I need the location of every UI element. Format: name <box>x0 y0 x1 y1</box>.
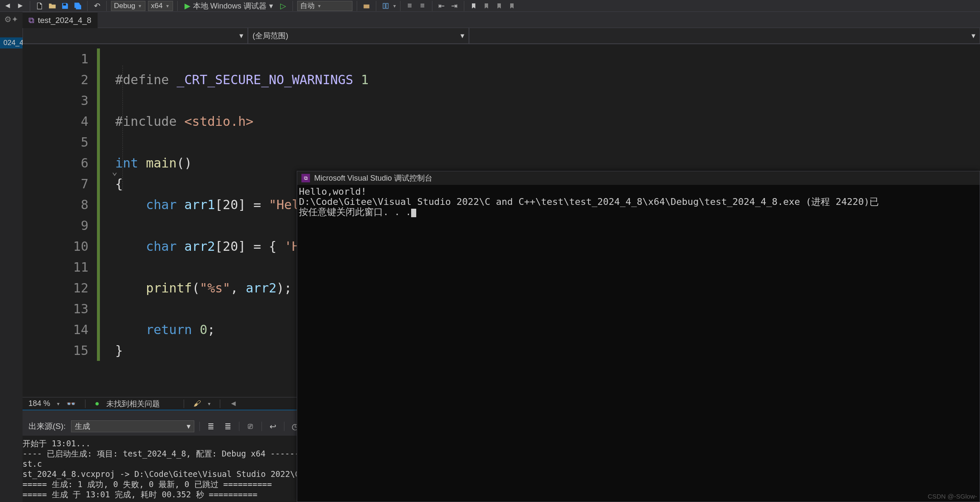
file-tab[interactable]: ⧉ test_2024_4_8 <box>23 12 98 28</box>
new-file-icon[interactable] <box>34 1 45 11</box>
goto-next-icon[interactable]: ≣ <box>222 420 234 432</box>
auto-dropdown[interactable]: 自动▾ <box>297 1 352 11</box>
clear-icon[interactable]: ⎚ <box>244 420 256 432</box>
console-titlebar[interactable]: ⧉ Microsoft Visual Studio 调试控制台 <box>297 171 980 185</box>
issues-status[interactable]: 未找到相关问题 <box>106 399 160 409</box>
outdent-icon[interactable]: ⇤ <box>437 1 447 11</box>
toolbox-icon[interactable] <box>361 1 372 11</box>
zoom-level[interactable]: 184 % <box>28 399 50 408</box>
start-debug-button[interactable]: ▶本地 Windows 调试器▾ <box>182 1 276 11</box>
nav-bar: ▾ (全局范围)▾ ▾ <box>23 28 980 44</box>
gear-icon[interactable]: ✦ <box>11 14 18 24</box>
save-icon[interactable] <box>60 1 70 11</box>
cpp-file-icon: ⧉ <box>28 16 34 25</box>
undo-icon[interactable]: ↶ <box>92 1 102 11</box>
check-icon: ● <box>95 399 99 408</box>
console-output: Hello,world! D:\Code\Gitee\Visual Studio… <box>297 185 980 219</box>
debug-console-window[interactable]: ⧉ Microsoft Visual Studio 调试控制台 Hello,wo… <box>297 171 980 502</box>
output-source-dropdown[interactable]: 生成▾ <box>71 420 194 432</box>
output-source-label: 出来源(S): <box>28 421 66 432</box>
indent-less-icon[interactable]: ≡ <box>405 1 415 11</box>
wrap-icon[interactable]: ↩ <box>267 420 279 432</box>
bookmark-next-icon[interactable] <box>494 1 504 11</box>
svg-rect-0 <box>364 4 369 8</box>
glasses-icon[interactable]: 👓 <box>66 399 76 408</box>
back-icon[interactable]: ◄ <box>3 1 13 11</box>
forward-icon[interactable]: ► <box>15 1 26 11</box>
config-dropdown[interactable]: Debug▾ <box>111 1 145 11</box>
bookmark-icon[interactable] <box>469 1 479 11</box>
svg-rect-1 <box>383 3 385 9</box>
hscroll-left-icon[interactable]: ◄ <box>230 399 237 408</box>
nav-project-dropdown[interactable]: ▾ <box>23 28 248 44</box>
wrench-icon[interactable]: ⚙ <box>4 14 11 24</box>
solution-explorer-sidebar: ⚙ ✦ 024_4_8 <box>0 12 23 502</box>
svg-rect-2 <box>386 3 388 9</box>
layout-icon[interactable] <box>381 1 391 11</box>
platform-dropdown[interactable]: x64▾ <box>148 1 173 11</box>
nav-scope-dropdown[interactable]: (全局范围)▾ <box>248 28 469 44</box>
indent-more-icon[interactable]: ≡ <box>418 1 428 11</box>
bookmark-clear-icon[interactable] <box>507 1 517 11</box>
tab-bar: ⧉ test_2024_4_8 <box>23 12 980 28</box>
goto-prev-icon[interactable]: ≣ <box>205 420 217 432</box>
open-icon[interactable] <box>47 1 57 11</box>
line-number-gutter: 1 2 3 4 5 6 7 8 9 10 11 12 13 14 15 <box>23 44 97 397</box>
tab-filename: test_2024_4_8 <box>38 16 91 25</box>
main-toolbar: ◄ ► ↶ Debug▾ x64▾ ▶本地 Windows 调试器▾ ▷ 自动▾… <box>0 0 980 12</box>
save-all-icon[interactable] <box>73 1 83 11</box>
bookmark-prev-icon[interactable] <box>481 1 491 11</box>
brush-icon[interactable]: 🖌 <box>193 399 201 408</box>
start-no-debug-icon[interactable]: ▷ <box>278 1 288 11</box>
vs-icon: ⧉ <box>301 174 310 182</box>
indent-icon[interactable]: ⇥ <box>449 1 460 11</box>
nav-member-dropdown[interactable]: ▾ <box>469 28 980 44</box>
console-title: Microsoft Visual Studio 调试控制台 <box>314 173 432 183</box>
watermark: CSDN @-SGlow- <box>928 493 977 500</box>
